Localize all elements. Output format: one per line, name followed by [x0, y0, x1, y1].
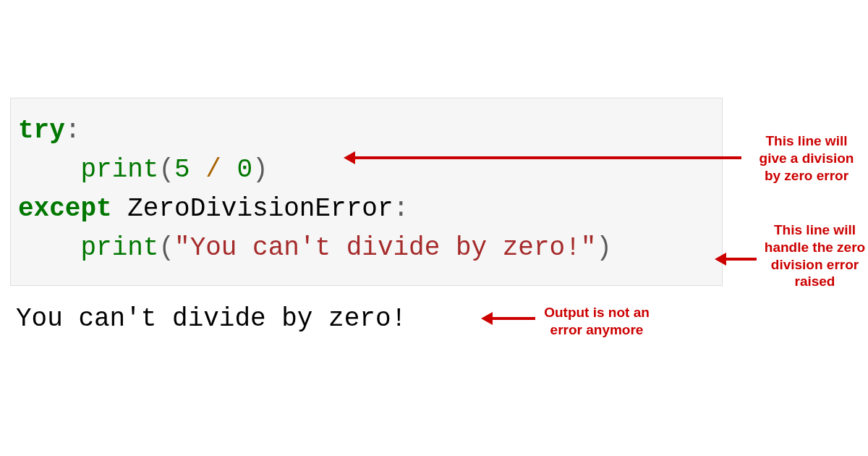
arrow-head-left-icon: [715, 253, 726, 266]
colon: :: [65, 116, 81, 145]
close-paren: ): [252, 155, 268, 185]
print-fn: print: [80, 155, 158, 185]
arrow-1: [354, 156, 741, 159]
space: [221, 155, 237, 185]
zero-division-error-ident: ZeroDivisionError: [127, 194, 393, 224]
output-text: You can't divide by zero!: [16, 304, 407, 334]
open-paren: (: [158, 233, 174, 263]
annotation-2: This line will handle the zero division …: [759, 221, 868, 290]
arrow-3: [492, 317, 535, 320]
space: [190, 155, 206, 185]
arrow-head-left-icon: [344, 151, 355, 164]
try-keyword: try: [18, 116, 65, 145]
num5: 5: [174, 155, 190, 185]
space: [112, 194, 128, 224]
code-block: try: print(5 / 0) except ZeroDivisionErr…: [10, 98, 723, 286]
except-keyword: except: [18, 194, 112, 224]
code-line-1: try:: [18, 111, 715, 151]
code-line-4: print("You can't divide by zero!"): [18, 229, 715, 268]
annotation-1: This line will give a division by zero e…: [752, 132, 861, 184]
indent: [18, 155, 80, 185]
arrow-2: [726, 258, 757, 261]
open-paren: (: [158, 155, 174, 185]
indent: [18, 233, 80, 263]
colon: :: [393, 194, 409, 224]
div-op: /: [205, 155, 221, 185]
code-line-3: except ZeroDivisionError:: [18, 190, 715, 229]
num0: 0: [237, 155, 253, 185]
close-paren: ): [596, 233, 612, 263]
string-literal: "You can't divide by zero!": [174, 233, 596, 263]
annotation-3: Output is not an error anymore: [539, 304, 655, 339]
arrow-head-left-icon: [481, 312, 493, 325]
print-fn: print: [80, 233, 158, 263]
